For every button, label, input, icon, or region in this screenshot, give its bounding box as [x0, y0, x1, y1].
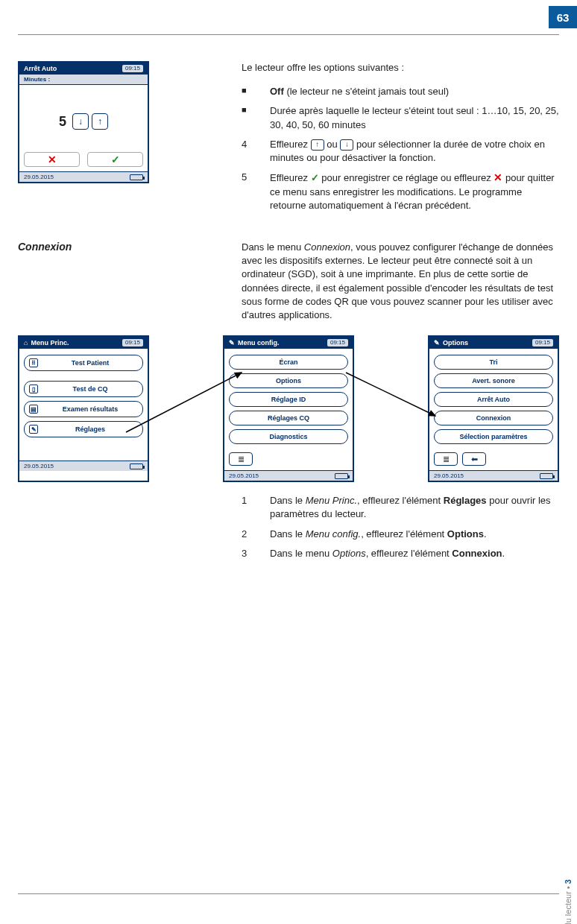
step-b2: Dans le Menu config., effleurez l'élémen…	[270, 528, 559, 541]
menu-arret-auto[interactable]: Arrêt Auto	[434, 392, 553, 407]
battery-icon	[540, 473, 553, 479]
menu-avert-sonore[interactable]: Avert. sonore	[434, 373, 553, 388]
wrench-icon: ✎	[229, 339, 235, 346]
device-screen-options: ✎Options 09:15 Tri Avert. sonore Arrêt A…	[428, 335, 559, 482]
bullet-mark: ■	[242, 85, 255, 98]
bullet-2: Durée après laquelle le lecteur s'éteint…	[270, 104, 559, 131]
step-5-text: Effleurez ✓ pour enregistrer ce réglage …	[270, 171, 559, 212]
x-icon: ✕	[494, 171, 502, 183]
wrench-icon: ✎	[434, 339, 440, 346]
menu-selection-parametres[interactable]: Sélection paramètres	[434, 429, 553, 444]
step-num: 2	[242, 528, 255, 541]
step-num: 3	[242, 547, 255, 560]
step-num: 5	[242, 171, 255, 212]
screen4-title: Options	[443, 339, 468, 346]
down-arrow-button[interactable]: ↓	[72, 113, 89, 130]
battery-icon	[335, 473, 348, 479]
screen2-title: Menu Princ.	[31, 339, 69, 346]
side-label: Configuration du lecteur • 3	[564, 879, 573, 924]
back-button[interactable]: ⬅	[462, 452, 486, 466]
step-b1: Dans le Menu Princ., effleurez l'élément…	[270, 494, 559, 521]
battery-icon	[130, 463, 143, 469]
device-screen-menu-princ: ⌂Menu Princ. 09:15 ⠿Test Patient ▯Test d…	[18, 335, 149, 482]
screen1-title: Arrêt Auto	[24, 65, 57, 72]
intro-text: Le lecteur offre les options suivantes :	[242, 61, 559, 75]
screen1-date: 29.05.2015	[24, 174, 54, 180]
minutes-value: 5	[59, 114, 66, 130]
down-arrow-icon: ↓	[340, 139, 353, 151]
cancel-button[interactable]: ✕	[24, 152, 80, 167]
screen3-title: Menu config.	[238, 339, 280, 346]
menu-test-cq[interactable]: ▯Test de CQ	[24, 381, 143, 397]
screen1-sub: Minutes :	[19, 75, 148, 85]
home-icon: ⌂	[24, 339, 28, 346]
sheet-icon: ▤	[29, 405, 38, 414]
screen2-time: 09:15	[122, 339, 143, 346]
tube-icon: ▯	[29, 385, 38, 393]
screen3-time: 09:15	[327, 339, 348, 346]
bullet-mark: ■	[242, 104, 255, 131]
menu-reglages-cq[interactable]: Réglages CQ	[229, 411, 348, 425]
step-4-text: Effleurez ↑ ou ↓ pour sélectionner la du…	[270, 138, 559, 165]
menu-tri[interactable]: Tri	[434, 355, 553, 370]
screen4-date: 29.05.2015	[434, 472, 464, 479]
screen2-date: 29.05.2015	[24, 463, 54, 469]
menu-diagnostics[interactable]: Diagnostics	[229, 429, 348, 444]
battery-icon	[130, 174, 143, 180]
up-arrow-button[interactable]: ↑	[92, 113, 108, 130]
menu-options[interactable]: Options	[229, 373, 348, 388]
drop-icon: ⠿	[29, 358, 38, 367]
menu-reglages[interactable]: ✎Réglages	[24, 421, 143, 437]
section-body: Dans le menu Connexion, vous pouvez conf…	[242, 241, 559, 322]
menu-ecran[interactable]: Écran	[229, 355, 348, 370]
wrench-icon: ✎	[29, 425, 38, 434]
screen4-time: 09:15	[532, 339, 553, 346]
step-num: 4	[242, 138, 255, 165]
screen1-time: 09:15	[122, 65, 143, 72]
menu-test-patient[interactable]: ⠿Test Patient	[24, 355, 143, 371]
rule-bottom	[18, 893, 559, 894]
check-icon: ✓	[311, 172, 319, 183]
device-screen-menu-config: ✎Menu config. 09:15 Écran Options Réglag…	[223, 335, 354, 482]
rule-top	[18, 34, 559, 35]
screen3-date: 29.05.2015	[229, 472, 259, 479]
device-screen-arret-auto: Arrêt Auto 09:15 Minutes : 5 ↓ ↑ ✕ ✓	[18, 61, 149, 183]
up-arrow-icon: ↑	[311, 139, 324, 151]
menu-reglage-id[interactable]: Réglage ID	[229, 392, 348, 407]
minutes-stepper: 5 ↓ ↑	[24, 113, 143, 130]
confirm-button[interactable]: ✓	[87, 152, 143, 167]
list-button[interactable]: ≣	[229, 452, 253, 466]
menu-examen-resultats[interactable]: ▤Examen résultats	[24, 401, 143, 417]
step-b3: Dans le menu Options, effleurez l'élémen…	[270, 547, 559, 560]
page-number-tab: 63	[549, 6, 577, 28]
list-button[interactable]: ≣	[434, 452, 458, 466]
section-heading-connexion: Connexion	[18, 241, 219, 253]
step-num: 1	[242, 494, 255, 521]
menu-connexion[interactable]: Connexion	[434, 411, 553, 425]
bullet-1: Off (le lecteur ne s'éteint jamais tout …	[270, 85, 559, 98]
